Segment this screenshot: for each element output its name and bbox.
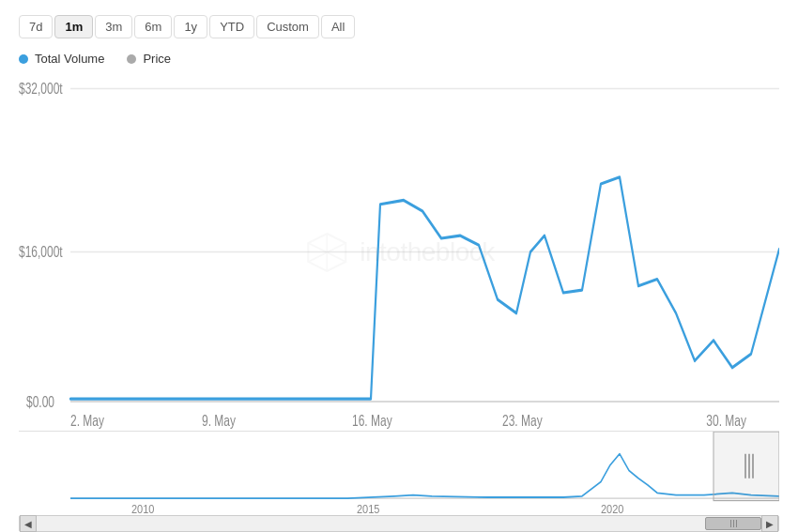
navigator: 2010 2015 2020	[19, 431, 779, 515]
svg-text:2010: 2010	[131, 502, 155, 515]
time-btn-3m[interactable]: 3m	[95, 15, 132, 38]
svg-text:30. May: 30. May	[706, 411, 746, 429]
time-range-selector: 7d1m3m6m1yYTDCustomAll	[19, 15, 779, 38]
svg-text:16. May: 16. May	[352, 411, 392, 429]
scrollbar[interactable]: ◀ ▶	[19, 515, 779, 532]
time-btn-ytd[interactable]: YTD	[209, 15, 254, 38]
svg-text:2020: 2020	[601, 502, 624, 515]
chart-wrapper: intotheblock $32,000t $16,000t $0.00 2. …	[19, 75, 779, 532]
scrollbar-inner	[37, 516, 761, 531]
legend-dot	[127, 54, 136, 64]
legend-label: Total Volume	[35, 52, 104, 66]
svg-text:2. May: 2. May	[70, 411, 104, 429]
time-btn-6m[interactable]: 6m	[134, 15, 172, 38]
svg-text:$16,000t: $16,000t	[19, 242, 63, 261]
chart-svg: $32,000t $16,000t $0.00 2. May 9. May 16…	[19, 75, 779, 429]
scroll-left-button[interactable]: ◀	[20, 515, 37, 532]
scrollbar-grip	[730, 520, 737, 527]
time-btn-all[interactable]: All	[321, 15, 355, 38]
time-btn-custom[interactable]: Custom	[256, 15, 319, 38]
main-chart: intotheblock $32,000t $16,000t $0.00 2. …	[19, 75, 779, 429]
time-btn-1m[interactable]: 1m	[54, 15, 93, 38]
chart-legend: Total VolumePrice	[19, 52, 779, 66]
app-container: 7d1m3m6m1yYTDCustomAll Total VolumePrice…	[0, 0, 798, 532]
svg-text:23. May: 23. May	[502, 411, 543, 429]
legend-item-price: Price	[127, 52, 171, 66]
svg-text:$32,000t: $32,000t	[19, 79, 63, 98]
legend-item-total-volume: Total Volume	[19, 52, 104, 66]
scrollbar-thumb[interactable]	[705, 517, 761, 530]
time-btn-7d[interactable]: 7d	[19, 15, 53, 38]
navigator-svg: 2010 2015 2020	[19, 432, 779, 515]
legend-label: Price	[143, 52, 171, 66]
time-btn-1y[interactable]: 1y	[174, 15, 207, 38]
svg-text:$0.00: $0.00	[26, 392, 54, 411]
svg-text:9. May: 9. May	[202, 411, 236, 429]
svg-text:2015: 2015	[357, 502, 380, 515]
svg-rect-19	[714, 432, 779, 501]
scroll-right-button[interactable]: ▶	[761, 515, 778, 532]
legend-dot	[19, 54, 28, 64]
